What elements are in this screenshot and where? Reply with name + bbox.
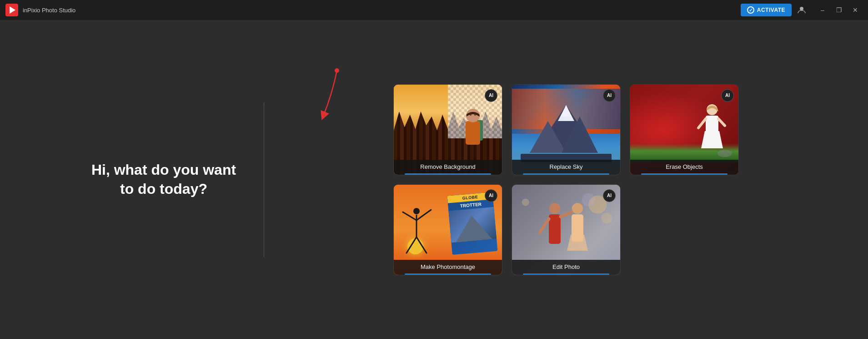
svg-rect-4 [466,121,480,145]
card-replace-sky-label: Replace Sky [512,160,620,175]
cards-panel: AI Remove Background [264,75,868,284]
restore-button[interactable]: ❐ [832,4,846,16]
ai-badge-replace-sky: AI [603,89,616,102]
svg-rect-30 [549,214,561,244]
magazine-image [448,207,497,242]
svg-point-27 [522,198,529,206]
red-arrow [305,66,369,125]
svg-point-29 [549,203,560,214]
svg-point-0 [800,7,803,10]
magazine-mountain [454,214,492,242]
card-remove-background-label: Remove Background [394,160,502,175]
cards-grid: AI Remove Background [393,84,739,275]
close-button[interactable]: ✕ [848,4,863,16]
card-photomontage-label: Make Photomontage [394,260,502,275]
ai-badge-remove-bg: AI [485,89,497,102]
ai-badge-erase: AI [721,89,734,102]
card-make-photomontage[interactable]: GLOBE TROTTER AI Make Photomontage [393,184,502,275]
svg-point-32 [572,203,583,214]
ai-badge-edit: AI [603,189,616,202]
svg-point-5 [466,109,480,122]
svg-point-18 [717,150,732,157]
mountain-figure [521,103,612,162]
greeting-heading: Hi, what do you want to do today? [91,161,236,198]
svg-point-2 [335,68,339,73]
window-controls: – ❐ ✕ [815,4,863,16]
person-figure [457,107,491,162]
left-panel: Hi, what do you want to do today? [0,161,264,198]
minimize-button[interactable]: – [815,4,830,16]
svg-point-19 [413,208,420,214]
card-remove-background[interactable]: AI Remove Background [393,84,502,175]
svg-marker-12 [561,105,572,116]
couple-figure [534,203,598,262]
card-edit-photo[interactable]: AI Edit Photo [512,184,621,275]
main-content: Hi, what do you want to do today? [0,20,868,339]
svg-point-6 [470,114,472,116]
svg-line-31 [540,219,549,233]
app-logo [5,4,18,16]
svg-line-24 [416,237,426,253]
activate-icon: ✓ [747,6,754,14]
title-bar: inPixio Photo Studio ✓ ACTIVATE – ❐ ✕ [0,0,868,20]
svg-line-16 [698,119,706,128]
svg-line-17 [718,119,725,126]
svg-rect-15 [706,116,718,133]
svg-line-23 [406,237,416,253]
silhouette-figure [398,207,435,262]
card-erase-objects-label: Erase Objects [630,160,738,175]
ai-badge-photomontage: AI [485,189,497,202]
app-title: inPixio Photo Studio [23,7,75,14]
activate-button[interactable]: ✓ ACTIVATE [741,4,792,16]
user-account-button[interactable] [795,4,808,16]
user-icon [797,5,806,15]
svg-line-34 [561,212,572,217]
svg-point-26 [601,213,612,223]
card-edit-photo-label: Edit Photo [512,260,620,275]
card-replace-sky[interactable]: AI Replace Sky [512,84,621,175]
dog-figure [716,145,734,159]
card-erase-objects[interactable]: AI Erase Objects [630,84,739,175]
svg-point-7 [474,114,476,116]
play-icon [10,6,15,14]
title-bar-controls: ✓ ACTIVATE – ❐ ✕ [741,4,863,16]
